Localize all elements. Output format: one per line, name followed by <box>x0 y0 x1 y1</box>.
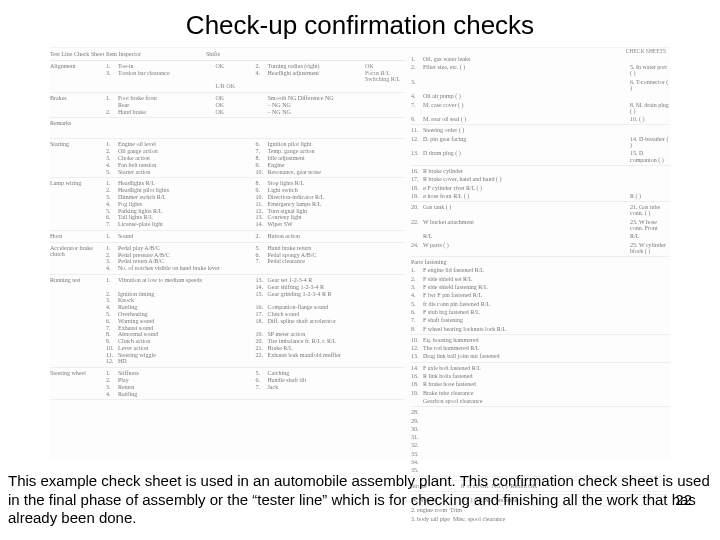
item-text <box>268 325 404 331</box>
check-item: 11.Emergency lamps R/L <box>256 201 406 208</box>
item-text: Pedal spongy A/B/C <box>268 252 404 258</box>
item-num <box>256 109 268 115</box>
check-item: 9.Engine <box>256 162 406 169</box>
item-text: Headlight pilot lights <box>118 187 254 193</box>
item-text: Button action <box>268 233 404 239</box>
check-item: 3.Dimmer switch R/L <box>106 194 256 201</box>
item-num <box>106 102 118 108</box>
item-ext: OK <box>214 102 254 108</box>
r-text: F lwr F pin fastened R/L <box>423 292 630 298</box>
section-body: 1.Stiffness5.Catching2.Play6.Handle shaf… <box>106 370 405 397</box>
r-num: 16. <box>411 373 423 379</box>
check-item: 6.Tail lights R/L <box>106 214 256 221</box>
r-text: F shaft fastening <box>423 317 630 323</box>
r-ext <box>630 127 670 133</box>
item-num: 10. <box>256 194 268 200</box>
item-text: Idle adjustment <box>268 155 404 161</box>
r-num <box>411 233 423 239</box>
r-item: 16.R brake cylinder <box>411 167 670 175</box>
check-item: 1.Toe-inOK <box>106 63 256 70</box>
r-num: 10. <box>411 337 423 343</box>
r-ext <box>630 398 670 404</box>
item-num: 8. <box>106 331 118 337</box>
check-item: 10.Resonance, gear noise <box>256 169 406 176</box>
item-num: 2. <box>106 252 118 258</box>
r-item: 3.F side shield fastening R/L <box>411 283 670 291</box>
r-section-label: Parts fastening <box>411 258 670 266</box>
r-text: The rod hammered R/L <box>423 345 630 351</box>
check-item: 2.Headlight pilot lights <box>106 187 256 194</box>
r-num: 5. <box>411 301 423 307</box>
item-num: 8. <box>256 180 268 186</box>
section: Lamp wiring1.Headlights R/L8.Stop lights… <box>50 178 405 231</box>
r-num: 17. <box>411 176 423 182</box>
item-num: 6. <box>106 214 118 220</box>
check-item: 8.Abnormal sound <box>106 331 256 338</box>
r-text: R brake hose fastened <box>423 381 630 387</box>
section-body: 1.Foot brake frontOKSmooth NG Difference… <box>106 95 405 115</box>
item-num: 11. <box>106 352 118 358</box>
r-num: 2. <box>411 276 423 282</box>
item-num: 1. <box>106 245 118 251</box>
check-item: 4.No. of notches visible on hand brake l… <box>106 265 405 272</box>
r-num: 2. <box>411 64 423 77</box>
r-item: R/LR/L <box>411 232 670 240</box>
r-ext <box>630 459 670 465</box>
r-item: 34. <box>411 458 670 466</box>
item-num: 3. <box>106 297 118 303</box>
r-ext <box>630 276 670 282</box>
check-item: 22.Exhaust leak manifold muffler <box>256 352 406 359</box>
r-item: Gearbox spool clearance <box>411 397 670 405</box>
item-text: Pedal return A/B/C <box>118 258 254 264</box>
r-item: 22.W bucket attachment23. W hose conn. F… <box>411 218 670 233</box>
section: Remarks <box>50 118 405 139</box>
r-item: 7.M. case cover ( )8. M. drain plug ( ) <box>411 101 670 116</box>
item-num: 2. <box>256 233 268 239</box>
r-num: 7. <box>411 102 423 115</box>
r-item: 11.Steering order ( ) <box>411 126 670 134</box>
item-num: 4. <box>106 391 118 397</box>
item-num: 10. <box>256 169 268 175</box>
check-item: 10.Direction-indicator R/L <box>256 194 406 201</box>
check-item: Smooth NG Difference NG <box>256 95 406 102</box>
r-text: Gearbox spool clearance <box>423 398 630 404</box>
check-item <box>256 391 406 398</box>
item-text: Choke action <box>118 155 254 161</box>
item-text: Abnormal sound <box>118 331 254 337</box>
r-ext <box>630 267 670 273</box>
item-text: Hand brake <box>118 109 214 115</box>
check-item: 2.Oil gauge action <box>106 148 256 155</box>
r-text: Steering order ( ) <box>423 127 630 133</box>
item-text: Hand brake return <box>268 245 404 251</box>
check-item: 7.Temp. gauge action <box>256 148 406 155</box>
r-text: D drum plug ( ) <box>423 150 630 163</box>
r-num: 30. <box>411 426 423 432</box>
r-text: ø hose front R/L ( ) <box>423 193 630 199</box>
check-item: 14.Wiper SW <box>256 221 406 228</box>
item-text: Knock <box>118 297 254 303</box>
item-num: 14. <box>256 221 268 227</box>
r-item: 7.F shaft fastening <box>411 316 670 324</box>
item-num: 5. <box>256 370 268 376</box>
check-item: 5.Overheating <box>106 311 256 318</box>
check-item <box>256 325 406 332</box>
check-item: 4.Headlight adjustmentFocus R/L Switchin… <box>256 70 406 83</box>
item-text: Turning radius (right) <box>268 63 364 69</box>
r-text: R brake cover, hand and hand ( ) <box>423 176 630 182</box>
r-text: F axle bolt fastened R/L <box>423 365 630 371</box>
r-ext <box>630 185 670 191</box>
r-ext <box>630 442 670 448</box>
check-item: RearOK <box>106 102 256 109</box>
item-text: Headlight adjustment <box>268 70 364 83</box>
r-section: 14.F axle bolt fastened R/L16.R link bol… <box>411 364 670 407</box>
r-item: 13.Drag link ball joint nut fastened <box>411 352 670 360</box>
section-body: 1.Vibration at low to medium speeds13.Ge… <box>106 277 405 365</box>
item-num: 12. <box>256 208 268 214</box>
item-text <box>118 83 214 89</box>
item-text: Courtesy light <box>268 214 404 220</box>
r-num: 29. <box>411 418 423 424</box>
r-num: 8. <box>411 326 423 332</box>
check-item: 6.Ignition pilot light <box>256 141 406 148</box>
r-text <box>423 451 630 457</box>
r-text: F wheel bearing locknuts lock R/L <box>423 326 630 332</box>
